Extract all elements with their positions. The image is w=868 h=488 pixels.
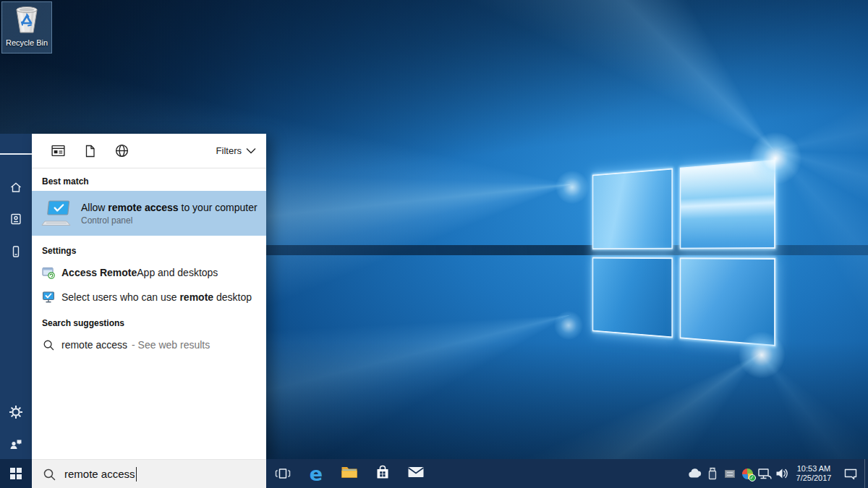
suggestion-remote-access[interactable]: remote access - See web results [32, 333, 266, 357]
mail-icon [407, 466, 425, 481]
notebook-icon[interactable] [0, 206, 32, 232]
usb-device-icon[interactable] [704, 459, 721, 488]
windows-logo-pane [679, 160, 775, 249]
documents-icon[interactable] [74, 134, 106, 168]
taskbar-clock[interactable]: 10:53 AM 7/25/2017 [791, 459, 837, 488]
search-filter-tabs: Filters [32, 134, 266, 168]
store-icon [375, 464, 390, 483]
windows-logo-pane [679, 257, 775, 346]
menu-icon[interactable] [0, 141, 32, 167]
windows-start-icon [10, 468, 22, 479]
result-allow-remote-access[interactable]: Allow remote access to your computer Con… [32, 191, 266, 236]
task-view-button[interactable] [266, 459, 299, 488]
suggestion-hint: - See web results [132, 339, 210, 351]
suggestion-query: remote access [61, 339, 127, 351]
clock-date: 7/25/2017 [796, 474, 832, 483]
file-explorer-button[interactable] [333, 459, 366, 488]
settings-gear-icon[interactable] [0, 399, 32, 425]
vmware-tools-icon[interactable] [721, 459, 739, 488]
recycle-bin-label: Recycle Bin [6, 38, 48, 47]
mail-button[interactable] [399, 459, 433, 488]
windows-logo-pane [592, 168, 672, 249]
chevron-down-icon [246, 145, 256, 156]
edge-icon: e [310, 464, 323, 484]
best-match-header: Best match [32, 168, 266, 191]
show-desktop-button[interactable] [864, 459, 868, 488]
remoteapp-icon [42, 266, 55, 279]
search-results-panel: Filters Best match Allow remote [32, 134, 266, 459]
filters-label: Filters [216, 145, 242, 156]
network-icon[interactable] [756, 459, 773, 488]
windows-logo-wallpaper [592, 160, 775, 346]
result-title: Select users who can use remote desktop [61, 291, 252, 303]
result-title: Access RemoteApp and desktops [61, 267, 218, 278]
apps-icon[interactable] [42, 134, 74, 168]
search-suggestions-header: Search suggestions [32, 309, 266, 333]
result-select-remote-users[interactable]: Select users who can use remote desktop [32, 285, 266, 309]
windows-logo-pane [592, 257, 672, 338]
start-button[interactable] [0, 459, 32, 488]
best-match-text: Allow remote access to your computer Con… [81, 202, 258, 226]
recycle-bin-icon [10, 4, 43, 38]
search-input-value: remote access [64, 468, 135, 480]
best-match-title: Allow remote access to your computer [81, 202, 258, 213]
store-button[interactable] [366, 459, 399, 488]
search-icon [43, 468, 56, 481]
wallpaper-glow [556, 171, 589, 204]
remote-access-laptop-icon [41, 199, 74, 228]
edge-button[interactable]: e [299, 459, 333, 488]
system-tray: ✓ 10:53 AM 7/25/2017 [686, 459, 868, 488]
feedback-icon[interactable] [0, 432, 32, 458]
desktop: Recycle Bin [0, 0, 868, 488]
web-icon[interactable] [106, 134, 137, 168]
defender-security-icon[interactable]: ✓ [739, 459, 756, 488]
best-match-subtitle: Control panel [81, 215, 258, 226]
volume-icon[interactable] [773, 459, 791, 488]
taskbar-search-input[interactable]: remote access [32, 459, 266, 488]
onedrive-cloud-icon[interactable] [686, 459, 704, 488]
recycle-bin-shortcut[interactable]: Recycle Bin [1, 1, 52, 53]
filters-dropdown[interactable]: Filters [216, 145, 256, 156]
action-center-icon[interactable] [837, 459, 864, 488]
devices-icon[interactable] [0, 239, 32, 265]
search-icon [43, 339, 54, 351]
settings-header: Settings [32, 236, 266, 260]
file-explorer-icon [341, 465, 358, 482]
remote-desktop-users-icon [42, 291, 55, 304]
home-icon[interactable] [0, 174, 32, 200]
search-sidebar [0, 134, 32, 459]
result-access-remoteapp[interactable]: Access RemoteApp and desktops [32, 260, 266, 285]
wallpaper-glow [554, 311, 583, 340]
clock-time: 10:53 AM [797, 464, 830, 474]
text-caret [136, 467, 137, 481]
